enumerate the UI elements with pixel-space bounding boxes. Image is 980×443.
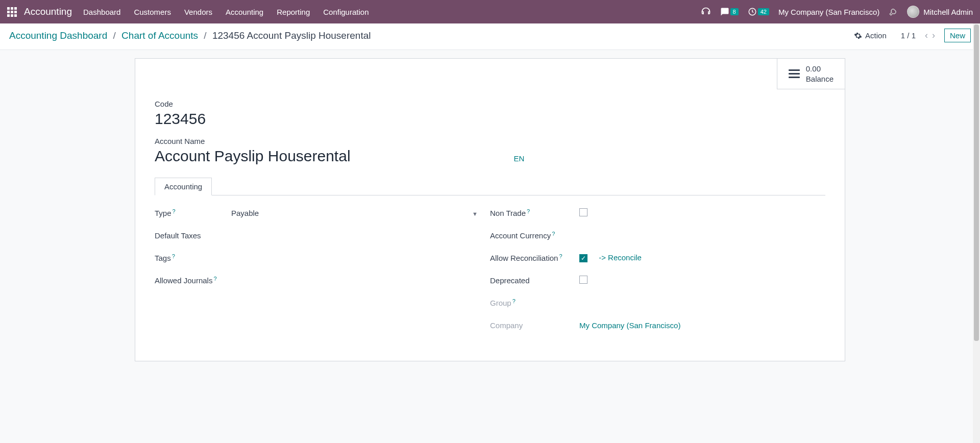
help-icon[interactable]: ?	[173, 208, 176, 214]
tab-content: Type? Payable ▼ Default Taxes Tags?	[155, 206, 825, 340]
activities-badge: 42	[758, 8, 769, 15]
pager-next[interactable]: ›	[930, 30, 937, 41]
help-icon[interactable]: ?	[559, 253, 562, 259]
stat-value: 0.00	[806, 64, 834, 74]
type-label: Type?	[155, 209, 231, 217]
action-label: Action	[865, 31, 887, 40]
stat-text: 0.00 Balance	[806, 64, 834, 84]
help-icon[interactable]: ?	[213, 276, 216, 282]
default-taxes-label: Default Taxes	[155, 231, 231, 240]
stat-label: Balance	[806, 74, 834, 84]
scrollbar[interactable]	[973, 23, 980, 361]
nav-menu: Dashboard Customers Vendors Accounting R…	[83, 8, 701, 16]
help-icon[interactable]: ?	[172, 253, 175, 259]
form-sheet: 0.00 Balance Code 123456 Account Name Ac…	[135, 58, 845, 361]
breadcrumb: Accounting Dashboard / Chart of Accounts…	[9, 30, 854, 41]
company-switcher[interactable]: My Company (San Francisco)	[778, 8, 879, 16]
main-wrap: 0.00 Balance Code 123456 Account Name Ac…	[0, 50, 980, 361]
allowed-journals-label: Allowed Journals?	[155, 276, 231, 285]
support-icon[interactable]	[701, 7, 711, 17]
messages-button[interactable]: 8	[720, 7, 739, 16]
non-trade-checkbox[interactable]	[579, 208, 587, 216]
form-body: Code 123456 Account Name Account Payslip…	[135, 89, 845, 361]
app-name[interactable]: Accounting	[24, 6, 72, 17]
tabs: Accounting	[155, 177, 825, 195]
company-label: Company	[490, 321, 579, 330]
gear-icon	[854, 32, 862, 40]
breadcrumb-link-1[interactable]: Accounting Dashboard	[9, 30, 107, 41]
help-icon[interactable]: ?	[552, 231, 555, 237]
company-field[interactable]: My Company (San Francisco)	[579, 321, 825, 330]
form-left-col: Type? Payable ▼ Default Taxes Tags?	[155, 206, 490, 340]
tab-accounting[interactable]: Accounting	[155, 178, 212, 195]
code-field[interactable]: 123456	[155, 110, 825, 128]
balance-stat-button[interactable]: 0.00 Balance	[777, 59, 845, 89]
chevron-down-icon: ▼	[472, 211, 478, 217]
activities-button[interactable]: 42	[748, 7, 769, 16]
non-trade-label: Non Trade?	[490, 209, 579, 217]
list-icon	[789, 69, 800, 78]
apps-icon[interactable]	[7, 7, 17, 17]
tags-label: Tags?	[155, 254, 231, 262]
group-label: Group?	[490, 299, 579, 307]
breadcrumb-sep: /	[204, 30, 206, 41]
control-bar: Accounting Dashboard / Chart of Accounts…	[0, 23, 980, 50]
reconcile-checkbox[interactable]: ✓	[579, 254, 587, 262]
lang-button[interactable]: EN	[514, 154, 525, 163]
avatar	[907, 6, 919, 18]
help-icon[interactable]: ?	[512, 298, 516, 304]
deprecated-label: Deprecated	[490, 276, 579, 285]
pager[interactable]: 1 / 1	[901, 31, 916, 40]
form-right-col: Non Trade? Account Currency? Allow Recon…	[490, 206, 825, 340]
debug-icon[interactable]	[889, 7, 898, 16]
user-name: Mitchell Admin	[923, 8, 973, 16]
nav-dashboard[interactable]: Dashboard	[83, 8, 120, 16]
user-menu[interactable]: Mitchell Admin	[907, 6, 973, 18]
currency-label: Account Currency?	[490, 231, 579, 240]
nav-accounting[interactable]: Accounting	[226, 8, 263, 16]
reconcile-link[interactable]: -> Reconcile	[599, 253, 642, 262]
nav-customers[interactable]: Customers	[134, 8, 171, 16]
breadcrumb-current: 123456 Account Payslip Houserental	[212, 30, 371, 41]
nav-reporting[interactable]: Reporting	[277, 8, 310, 16]
stat-bar: 0.00 Balance	[135, 59, 845, 89]
account-name-field[interactable]: Account Payslip Houserental	[155, 147, 351, 165]
code-label: Code	[155, 100, 825, 108]
breadcrumb-link-2[interactable]: Chart of Accounts	[121, 30, 198, 41]
nav-vendors[interactable]: Vendors	[184, 8, 212, 16]
breadcrumb-sep: /	[113, 30, 116, 41]
new-button[interactable]: New	[944, 29, 971, 42]
account-name-label: Account Name	[155, 137, 825, 145]
type-field[interactable]: Payable ▼	[231, 209, 490, 217]
top-navbar: Accounting Dashboard Customers Vendors A…	[0, 0, 980, 23]
messages-badge: 8	[730, 8, 739, 15]
help-icon[interactable]: ?	[527, 208, 530, 214]
deprecated-checkbox[interactable]	[579, 276, 587, 284]
nav-configuration[interactable]: Configuration	[323, 8, 369, 16]
action-menu[interactable]: Action	[854, 31, 887, 40]
pager-prev[interactable]: ‹	[923, 30, 930, 41]
top-right: 8 42 My Company (San Francisco) Mitchell…	[701, 6, 973, 18]
reconcile-label: Allow Reconciliation?	[490, 254, 579, 262]
